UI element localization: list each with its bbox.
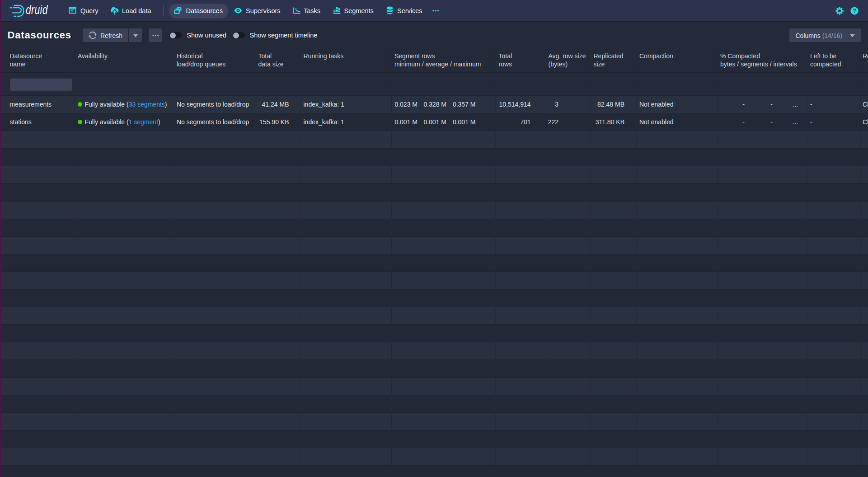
- svg-text:?: ?: [852, 7, 856, 14]
